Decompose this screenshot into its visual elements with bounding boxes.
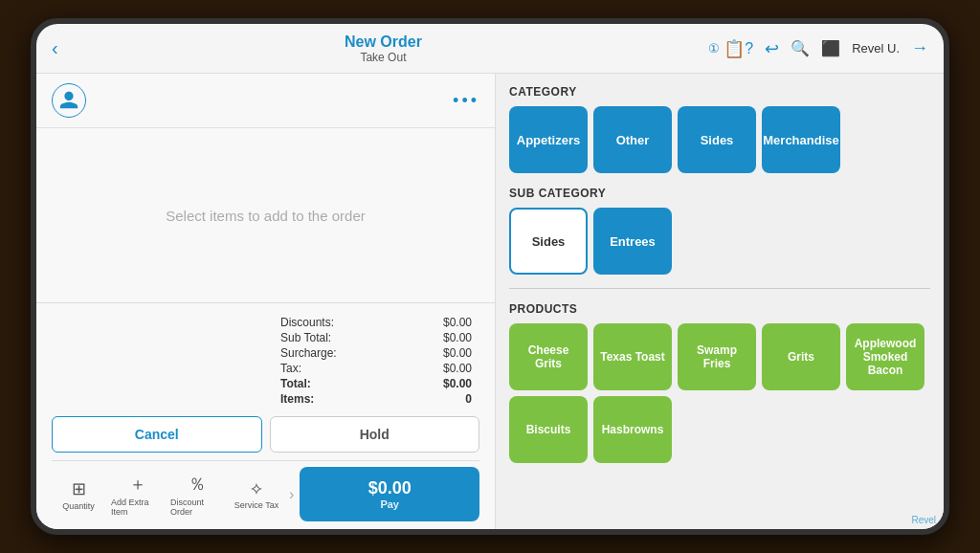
order-icon-area[interactable]: ① 📋	[708, 38, 745, 59]
bottom-toolbar: ⊞ Quantity ＋ Add Extra Item ％ Discount O…	[52, 460, 479, 521]
pay-label: Pay	[307, 498, 472, 510]
help-button[interactable]: ?	[745, 40, 753, 57]
quantity-toolbar-item[interactable]: ⊞ Quantity	[52, 478, 105, 511]
header: ‹ New Order Take Out ① 📋 ? ↩ 🔍 ⬛ Revel U…	[36, 24, 944, 74]
logout-button[interactable]: →	[911, 38, 928, 58]
revel-watermark: Revel	[911, 515, 936, 525]
header-right: ? ↩ 🔍 ⬛ Revel U. →	[745, 38, 928, 59]
device-button[interactable]: ⬛	[821, 39, 840, 57]
product-grid: Cheese GritsTexas ToastSwamp FriesGritsA…	[509, 323, 930, 463]
subtotal-value: $0.00	[443, 331, 472, 344]
discounts-value: $0.00	[443, 316, 472, 329]
product-btn-texas-toast[interactable]: Texas Toast	[593, 323, 672, 390]
user-label: Revel U.	[852, 41, 900, 55]
action-buttons: Cancel Hold	[52, 416, 479, 453]
search-button[interactable]: 🔍	[791, 39, 810, 57]
tablet-frame: ‹ New Order Take Out ① 📋 ? ↩ 🔍 ⬛ Revel U…	[31, 18, 949, 535]
header-left: ‹	[52, 37, 58, 59]
items-value: 0	[465, 392, 472, 406]
order-type: Take Out	[58, 51, 709, 64]
page-title: New Order	[58, 33, 709, 51]
order-number-icon: ①	[708, 41, 720, 55]
add-item-icon: ＋	[129, 473, 146, 496]
category-btn-merchandise[interactable]: Merchandise	[762, 106, 840, 173]
items-label: Items:	[280, 392, 314, 406]
product-btn-hashbrowns[interactable]: Hasbrowns	[593, 396, 672, 463]
discount-toolbar-item[interactable]: ％ Discount Order	[170, 473, 224, 517]
undo-button[interactable]: ↩	[765, 38, 779, 59]
category-section-label: CATEGORY	[509, 85, 930, 99]
add-item-toolbar-item[interactable]: ＋ Add Extra Item	[111, 473, 165, 517]
total-row: Total: $0.00	[280, 376, 472, 391]
product-btn-cheese-grits[interactable]: Cheese Grits	[509, 323, 588, 390]
hold-button[interactable]: Hold	[270, 416, 480, 453]
surcharge-value: $0.00	[443, 346, 472, 360]
category-btn-sides[interactable]: Sides	[678, 106, 756, 173]
discounts-label: Discounts:	[280, 316, 334, 329]
totals-section: Discounts: $0.00 Sub Total: $0.00 Surcha…	[52, 311, 479, 410]
subcategory-grid: SidesEntrees	[509, 208, 930, 289]
category-btn-appetizers[interactable]: Appetizers	[509, 106, 588, 173]
quantity-icon: ⊞	[72, 478, 86, 499]
product-btn-biscuits[interactable]: Biscuits	[509, 396, 588, 463]
back-button[interactable]: ‹	[52, 37, 58, 59]
tax-value: $0.00	[443, 362, 472, 375]
cancel-button[interactable]: Cancel	[52, 416, 262, 453]
add-item-label: Add Extra Item	[111, 498, 165, 517]
subtotal-row: Sub Total: $0.00	[280, 330, 472, 345]
main-content: ••• Select items to add to the order Dis…	[36, 74, 944, 529]
products-section-label: PRODUCTS	[509, 302, 930, 316]
surcharge-row: Surcharge: $0.00	[280, 345, 472, 361]
product-btn-applewood-bacon[interactable]: Applewood Smoked Bacon	[846, 323, 924, 390]
left-panel-footer: Discounts: $0.00 Sub Total: $0.00 Surcha…	[36, 302, 495, 529]
category-grid: AppetizersOtherSidesMerchandise	[509, 106, 930, 173]
product-btn-swamp-fries[interactable]: Swamp Fries	[678, 323, 756, 390]
right-panel: CATEGORY AppetizersOtherSidesMerchandise…	[496, 74, 944, 529]
clipboard-icon: 📋	[724, 38, 745, 59]
subcategory-btn-sides-sub[interactable]: Sides	[509, 208, 588, 275]
avatar[interactable]	[52, 83, 86, 118]
pay-amount: $0.00	[307, 478, 472, 498]
items-row: Items: 0	[280, 391, 472, 407]
surcharge-label: Surcharge:	[280, 346, 337, 360]
quantity-label: Quantity	[62, 501, 95, 511]
toolbar-arrow-icon[interactable]: ›	[289, 486, 294, 503]
subtotal-label: Sub Total:	[280, 331, 331, 344]
left-panel-top: •••	[36, 74, 495, 128]
product-btn-grits[interactable]: Grits	[762, 323, 840, 390]
discount-label: Discount Order	[170, 498, 224, 517]
left-panel: ••• Select items to add to the order Dis…	[36, 74, 496, 529]
service-fee-label: Service Tax	[234, 500, 278, 510]
subcategory-section-label: SUB CATEGORY	[509, 187, 930, 200]
dots-menu-button[interactable]: •••	[453, 91, 479, 111]
service-fee-icon: ⟡	[251, 478, 262, 498]
category-btn-other[interactable]: Other	[593, 106, 672, 173]
total-value: $0.00	[443, 377, 472, 390]
empty-order-message: Select items to add to the order	[36, 128, 495, 302]
header-center: New Order Take Out	[58, 33, 709, 64]
pay-button[interactable]: $0.00 Pay	[300, 467, 479, 521]
subcategory-btn-entrees[interactable]: Entrees	[593, 208, 672, 275]
service-fee-toolbar-item[interactable]: ⟡ Service Tax	[230, 478, 283, 510]
discount-icon: ％	[189, 473, 206, 496]
total-label: Total:	[280, 377, 311, 390]
discounts-row: Discounts: $0.00	[280, 315, 472, 330]
tax-label: Tax:	[280, 362, 301, 375]
tax-row: Tax: $0.00	[280, 361, 472, 376]
